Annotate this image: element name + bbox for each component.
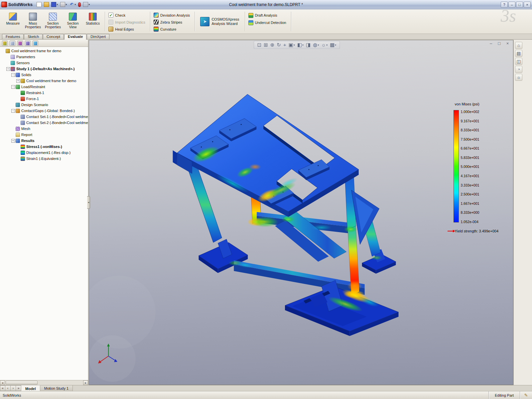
- first-frame-button[interactable]: «: [0, 385, 5, 391]
- curvature-button[interactable]: Curvature: [153, 26, 179, 32]
- ribbon-button-label: Undercut Detection: [255, 21, 286, 25]
- doc-restore-button[interactable]: □: [496, 41, 502, 46]
- tab-dimxpert[interactable]: DimXpert: [87, 34, 109, 39]
- tree-item[interactable]: Report: [0, 132, 88, 138]
- tree-item[interactable]: Restraint-1: [0, 90, 88, 96]
- maximize-button[interactable]: □: [516, 2, 523, 8]
- home-button[interactable]: ⌂: [515, 42, 522, 49]
- dimxpertmanager-tab-button[interactable]: [25, 41, 31, 46]
- panel-splitter[interactable]: ◂: [87, 196, 90, 209]
- doc-close-button[interactable]: ×: [505, 41, 510, 46]
- tree-item[interactable]: Stress1 (-vonMises-): [0, 144, 88, 150]
- appearances-button[interactable]: ☼: [515, 74, 522, 81]
- rotate-view-button[interactable]: ↻: [277, 42, 281, 48]
- mesh-icon: [16, 127, 20, 131]
- prev-frame-button[interactable]: ‹: [5, 385, 11, 391]
- statistics-button[interactable]: Statistics: [83, 11, 102, 33]
- zoom-area-button[interactable]: ⊞: [264, 42, 268, 48]
- propertymanager-tab-button[interactable]: [10, 41, 15, 46]
- design-library-button[interactable]: ▤: [515, 50, 522, 57]
- tree-item[interactable]: Displacement1 (-Res disp-): [0, 150, 88, 156]
- cosmosxpress-button[interactable]: COSMOSXpress Analysis Wizard: [197, 15, 242, 28]
- shadows-button[interactable]: ▩▾: [330, 42, 336, 48]
- scroll-left-button[interactable]: ◂: [0, 380, 5, 385]
- scrollbar-thumb[interactable]: [6, 381, 38, 385]
- save-button[interactable]: ▾: [51, 2, 59, 7]
- options-button[interactable]: ▾: [82, 2, 90, 7]
- undercut-detection-button[interactable]: Undercut Detection: [247, 19, 289, 26]
- deviation-analysis-button[interactable]: Deviation Analysis: [153, 12, 192, 18]
- last-frame-button[interactable]: »: [16, 385, 21, 391]
- tree-item[interactable]: −Study 1 (-Default<As Machined>-): [0, 66, 88, 72]
- pan-button[interactable]: +: [283, 42, 286, 48]
- mass-properties-button[interactable]: Mass Properties: [23, 11, 43, 33]
- draft-analysis-button[interactable]: Draft Analysis: [247, 12, 280, 19]
- heal-edges-button[interactable]: Heal Edges: [107, 26, 136, 32]
- rebuild-button[interactable]: [77, 2, 81, 7]
- tree-item[interactable]: Parameters: [0, 54, 88, 60]
- tree-item[interactable]: −Results: [0, 138, 88, 144]
- featuremanager-tab-button[interactable]: [2, 41, 8, 46]
- tree-expander[interactable]: −: [11, 73, 15, 77]
- close-button[interactable]: ×: [524, 2, 531, 8]
- open-button[interactable]: [43, 2, 50, 7]
- tree-expander-spacer: [16, 91, 20, 95]
- tree-item[interactable]: Design Scenario: [0, 102, 88, 108]
- ribbon-button-label: Draft Analysis: [255, 13, 277, 17]
- view-palette-button[interactable]: ◔: [515, 66, 522, 73]
- print-button[interactable]: ▾: [60, 2, 67, 7]
- tree-expander[interactable]: −: [11, 85, 15, 89]
- zoom-fit-button[interactable]: ⊡: [257, 42, 262, 48]
- tree-expander[interactable]: +: [16, 79, 20, 83]
- scroll-right-button[interactable]: ▸: [83, 380, 88, 385]
- tree-item[interactable]: +Cool weldment frame for demo: [0, 78, 88, 84]
- print-icon: [60, 2, 65, 7]
- configurationmanager-tab-button[interactable]: [17, 41, 23, 46]
- view-orientation-button[interactable]: ◨: [306, 42, 311, 48]
- next-frame-button[interactable]: ›: [11, 385, 16, 391]
- tree-item[interactable]: Mesh: [0, 126, 88, 132]
- tree-item[interactable]: Cool weldment frame for demo: [0, 48, 88, 54]
- tree-item[interactable]: Contact Set-1 (-Bonded<Cool weldmer: [0, 114, 88, 120]
- appearance-button[interactable]: ☼▾: [321, 42, 328, 48]
- new-document-button[interactable]: [36, 2, 42, 7]
- help-button[interactable]: ?: [501, 2, 508, 8]
- tree-expander[interactable]: −: [6, 67, 10, 71]
- minimize-button[interactable]: –: [508, 2, 515, 8]
- graphics-viewport[interactable]: ⊡⊞⊕↻+▣▾◧▾◨◍▾☼▾▩▾ –□× von Mises (psi) 1.0…: [89, 40, 513, 385]
- tree-item[interactable]: Force-1: [0, 96, 88, 102]
- app-logo[interactable]: SolidWorks: [1, 2, 33, 7]
- panel-horizontal-scrollbar[interactable]: ◂ ▸: [0, 380, 88, 385]
- display-style-button[interactable]: ◍▾: [313, 42, 319, 48]
- measure-button[interactable]: Measure: [3, 11, 23, 33]
- import-diagnostics-button[interactable]: Import Diagnostics: [107, 19, 148, 25]
- tree-item[interactable]: Contact Set-2 (-Bonded<Cool weldmer: [0, 120, 88, 126]
- tree-item[interactable]: −Load/Restraint: [0, 84, 88, 90]
- zoom-in-out-button[interactable]: ⊕: [270, 42, 275, 48]
- standard-views-button[interactable]: ▣▾: [289, 42, 295, 48]
- undo-button[interactable]: ↶▾: [68, 2, 76, 7]
- displaymanager-tab-button[interactable]: [33, 41, 38, 46]
- tree-item[interactable]: Strain1 (-Equivalent-): [0, 156, 88, 162]
- contact-set-icon: [21, 121, 25, 125]
- section-view-button[interactable]: Section View: [63, 11, 82, 33]
- tree-item[interactable]: −Solids: [0, 72, 88, 78]
- zebra-stripes-button[interactable]: Zebra Stripes: [153, 19, 185, 25]
- scrollbar-track[interactable]: [5, 380, 83, 385]
- tree-expander-spacer: [16, 151, 20, 155]
- file-explorer-button[interactable]: ◫: [515, 58, 522, 65]
- tab-model[interactable]: Model: [21, 385, 40, 391]
- tab-features[interactable]: Features: [2, 34, 24, 39]
- tree-item[interactable]: −Contact/Gaps (-Global: Bonded-): [0, 108, 88, 114]
- tree-expander[interactable]: −: [11, 139, 15, 143]
- section-view-button[interactable]: ◧▾: [297, 42, 304, 48]
- tab-concept[interactable]: Concept: [43, 34, 64, 39]
- tab-sketch[interactable]: Sketch: [24, 34, 43, 39]
- tab-motion-study-1[interactable]: Motion Study 1: [40, 385, 73, 391]
- tab-evaluate[interactable]: Evaluate: [64, 34, 86, 40]
- section-properties-button[interactable]: Section Properties: [43, 11, 63, 33]
- tree-item[interactable]: Sensors: [0, 60, 88, 66]
- check-button[interactable]: Check: [107, 12, 128, 18]
- tree-expander[interactable]: −: [11, 109, 15, 113]
- doc-minimize-button[interactable]: –: [488, 41, 494, 46]
